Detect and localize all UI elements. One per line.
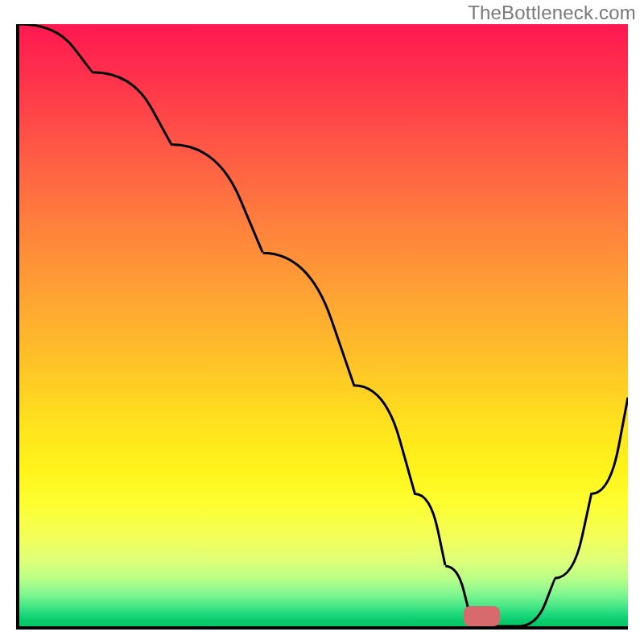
curve-layer <box>19 24 628 626</box>
watermark-text: TheBottleneck.com <box>468 2 636 24</box>
optimal-marker <box>464 606 500 626</box>
bottleneck-curve <box>19 24 628 626</box>
plot-area <box>16 24 628 630</box>
chart-container: TheBottleneck.com <box>0 0 644 644</box>
